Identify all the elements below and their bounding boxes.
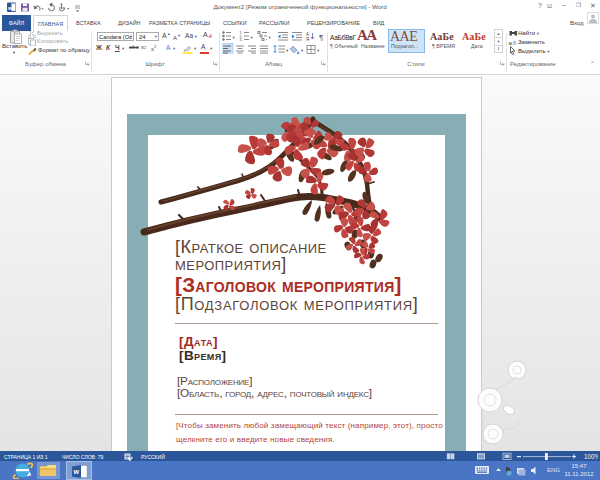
svg-text:¶: ¶ (319, 33, 323, 42)
svg-text:▾: ▾ (233, 35, 236, 40)
svg-text:▾: ▾ (301, 48, 304, 53)
svg-text:▾: ▾ (317, 48, 320, 53)
svg-text:▾: ▾ (269, 35, 272, 40)
svg-text:100%: 100% (584, 453, 598, 460)
svg-text:▾: ▾ (251, 35, 254, 40)
svg-text:w: w (73, 468, 80, 475)
svg-text:▾: ▾ (286, 48, 289, 53)
svg-text:3.: 3. (240, 38, 243, 42)
svg-text:б: б (513, 40, 517, 46)
svg-text:Я: Я (306, 37, 309, 42)
